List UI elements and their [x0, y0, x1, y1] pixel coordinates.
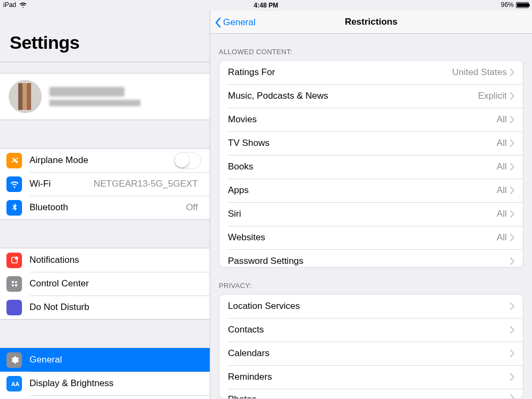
sidebar-item-label: Do Not Disturb: [29, 302, 201, 313]
battery-icon: [516, 2, 529, 8]
battery-percent: 96%: [501, 1, 514, 9]
sidebar-item-dnd[interactable]: Do Not Disturb: [0, 295, 210, 319]
row-password-settings[interactable]: Password Settings: [219, 249, 523, 268]
back-label: General: [223, 17, 255, 28]
row-websites[interactable]: Websites All: [219, 226, 523, 249]
chevron-right-icon: [510, 210, 514, 218]
row-contacts[interactable]: Contacts: [219, 318, 523, 342]
sidebar-item-display[interactable]: AA Display & Brightness: [0, 372, 210, 395]
row-location-services[interactable]: Location Services: [219, 294, 523, 318]
sidebar-item-airplane[interactable]: Airplane Mode: [0, 149, 210, 172]
svg-rect-10: [11, 285, 14, 286]
account-row[interactable]: [0, 73, 210, 120]
chevron-left-icon: [215, 17, 221, 28]
account-subtitle-redacted: [49, 100, 141, 106]
account-name-redacted: [49, 87, 124, 97]
control-center-icon: [6, 276, 22, 292]
svg-point-7: [14, 256, 18, 260]
sidebar-item-label: Control Center: [29, 278, 201, 289]
svg-text:AA: AA: [11, 381, 19, 387]
notifications-icon: [6, 253, 22, 268]
section-header-allowed: ALLOWED CONTENT:: [210, 34, 532, 60]
sidebar-item-label: Airplane Mode: [29, 155, 174, 166]
chevron-right-icon: [510, 69, 514, 76]
sidebar-item-label: General: [29, 354, 201, 365]
row-photos[interactable]: Photos: [219, 389, 523, 399]
svg-rect-5: [9, 80, 42, 113]
nav-bar: General Restrictions: [210, 11, 532, 34]
chevron-right-icon: [510, 187, 514, 194]
chevron-right-icon: [510, 373, 514, 381]
sidebar-item-label: Wi-Fi: [29, 179, 93, 189]
sidebar-item-wifi[interactable]: Wi-Fi NETGEAR13-5G_5GEXT: [0, 172, 210, 196]
sidebar: Settings Airplane M: [0, 11, 210, 399]
row-movies[interactable]: Movies All: [219, 108, 523, 131]
avatar: [9, 80, 42, 113]
gear-icon: [6, 352, 22, 368]
bluetooth-icon: [6, 200, 22, 216]
detail-title: Restrictions: [345, 17, 397, 27]
chevron-right-icon: [510, 350, 514, 357]
sidebar-item-label: Notifications: [29, 255, 201, 265]
device-label: iPad: [3, 1, 16, 9]
page-title: Settings: [0, 11, 210, 62]
sidebar-item-control-center[interactable]: Control Center: [0, 272, 210, 295]
row-reminders[interactable]: Reminders: [219, 365, 523, 389]
detail-pane: General Restrictions ALLOWED CONTENT: Ra…: [210, 11, 532, 399]
status-bar: iPad 4:48 PM 96%: [0, 0, 532, 11]
row-tvshows[interactable]: TV Shows All: [219, 131, 523, 155]
chevron-right-icon: [510, 302, 514, 310]
moon-icon: [6, 300, 22, 315]
chevron-right-icon: [510, 92, 514, 100]
chevron-right-icon: [510, 116, 514, 123]
wifi-icon: [19, 2, 27, 8]
chevron-right-icon: [510, 139, 514, 147]
row-books[interactable]: Books All: [219, 155, 523, 179]
chevron-right-icon: [510, 394, 514, 399]
bluetooth-value: Off: [186, 202, 198, 213]
sidebar-item-bluetooth[interactable]: Bluetooth Off: [0, 196, 210, 219]
row-calendars[interactable]: Calendars: [219, 342, 523, 365]
sidebar-item-general[interactable]: General: [0, 348, 210, 372]
sidebar-item-label: Display & Brightness: [29, 378, 201, 389]
row-siri[interactable]: Siri All: [219, 202, 523, 226]
chevron-right-icon: [510, 257, 514, 265]
wifi-settings-icon: [6, 176, 22, 192]
sidebar-item-notifications[interactable]: Notifications: [0, 248, 210, 272]
svg-point-8: [11, 281, 14, 284]
svg-rect-11: [14, 282, 17, 283]
airplane-icon: [6, 153, 22, 168]
display-icon: AA: [6, 376, 22, 391]
chevron-right-icon: [510, 234, 514, 241]
clock: 4:48 PM: [0, 2, 532, 9]
sidebar-item-wallpaper[interactable]: Wallpaper: [0, 395, 210, 399]
row-music[interactable]: Music, Podcasts & News Explicit: [219, 84, 523, 108]
airplane-toggle[interactable]: [174, 152, 201, 169]
chevron-right-icon: [510, 163, 514, 171]
row-ratings-for[interactable]: Ratings For United States: [219, 61, 523, 84]
section-header-privacy: PRIVACY:: [210, 268, 532, 294]
sidebar-item-label: Bluetooth: [29, 202, 186, 213]
back-button[interactable]: General: [215, 11, 255, 34]
chevron-right-icon: [510, 326, 514, 334]
wifi-value: NETGEAR13-5G_5GEXT: [93, 179, 198, 189]
svg-point-9: [14, 284, 17, 287]
row-apps[interactable]: Apps All: [219, 179, 523, 202]
